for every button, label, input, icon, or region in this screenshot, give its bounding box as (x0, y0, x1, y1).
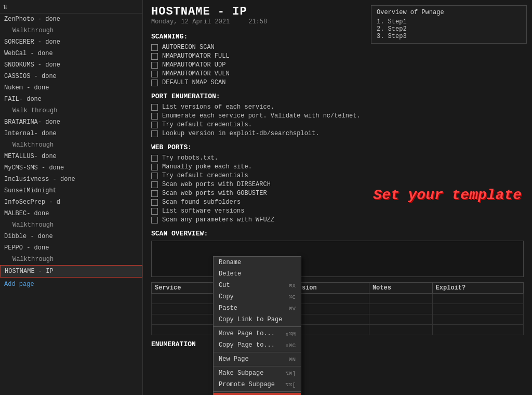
context-menu-divider (214, 391, 301, 392)
table-cell[interactable] (432, 294, 523, 304)
checkbox[interactable] (151, 173, 158, 179)
context-menu-item-copy-page[interactable]: Copy Page to...⇧⌘C (214, 339, 301, 351)
main-wrapper: HOSTNAME - IP Monday, 12 April 2021 21:5… (151, 5, 524, 348)
table-row (152, 294, 524, 304)
context-menu-item-set-default[interactable]: Set as Default Template (214, 393, 301, 395)
checkbox[interactable] (151, 80, 158, 86)
sidebar-item-fail-walkthrough[interactable]: Walk through (0, 105, 142, 116)
context-menu-item-cut[interactable]: Cut⌘X (214, 280, 301, 291)
table-cell[interactable] (432, 325, 523, 335)
web-port-item: Scan any parameters with WFUZZ (151, 216, 524, 223)
checkbox[interactable] (151, 190, 158, 197)
checkbox[interactable] (151, 199, 158, 206)
context-menu-item-make-subpage[interactable]: Make Subpage⌥⌘] (214, 367, 301, 379)
sidebar-item-cassios[interactable]: CASSIOS - done (0, 71, 142, 82)
context-menu-item-label: Paste (219, 305, 237, 312)
checkbox[interactable] (151, 181, 158, 188)
sidebar-item-snookums[interactable]: SNOOKUMS - done (0, 59, 142, 71)
checkbox[interactable] (151, 122, 158, 128)
context-menu-item-rename[interactable]: Rename (214, 257, 301, 268)
web-port-item: Manually poke each site. (151, 163, 524, 170)
sidebar-item-internal[interactable]: Internal- done (0, 128, 142, 139)
checkbox[interactable] (151, 44, 158, 51)
sidebar-item-sunsetmidnight[interactable]: SunsetMidnight (0, 185, 142, 196)
context-menu-item-label: Cut (219, 282, 230, 289)
context-menu-item-move-page[interactable]: Move Page to...⇧⌘M (214, 328, 301, 339)
add-page-button[interactable]: Add page (0, 278, 142, 291)
table-cell[interactable] (369, 325, 432, 335)
port-enum-item: List versions of each service. (151, 103, 524, 111)
context-menu-divider (214, 352, 301, 352)
service-table: ServicePortVersionNotesExploit? (151, 282, 524, 335)
sidebar-item-zenphoto-walkthrough[interactable]: Walkthrough (0, 25, 142, 36)
checkbox[interactable] (151, 155, 158, 162)
context-menu-shortcut: ⇧⌘C (285, 342, 296, 349)
sidebar-item-dibble[interactable]: Dibble - done (0, 231, 142, 242)
web-port-item: Try robots.txt. (151, 154, 524, 162)
web-ports-title: WEB PORTS: (151, 143, 524, 151)
overview-steps: 1. Step12. Step23. Step3 (377, 18, 521, 40)
sidebar-items-container: ZenPhoto - doneWalkthroughSORCERER - don… (0, 14, 142, 278)
checkbox[interactable] (151, 208, 158, 215)
context-menu-shortcut: ⌘V (289, 305, 296, 312)
sidebar-item-infosecprep[interactable]: InfoSecPrep - d (0, 196, 142, 208)
port-enum-title: PORT ENUMERATION: (151, 93, 524, 100)
sidebar-item-bratarina[interactable]: BRATARINA- done (0, 116, 142, 128)
sidebar-item-internal-walkthrough[interactable]: Walkthrough (0, 139, 142, 151)
checkbox[interactable] (151, 104, 158, 111)
sidebar-item-peppo[interactable]: PEPPO - done (0, 242, 142, 254)
scanning-items: AUTORECON SCANNMAPAUTOMATOR FULLNMAPAUTO… (151, 44, 524, 86)
scan-item: NMAPAUTOMATOR FULL (151, 52, 524, 60)
context-menu-item-label: Make Subpage (219, 370, 263, 377)
sidebar-item-nukem[interactable]: Nukem - done (0, 82, 142, 94)
context-menu-shortcut: ⌘N (289, 356, 296, 363)
sidebar-item-sorcerer[interactable]: SORCERER - done (0, 36, 142, 48)
context-menu-item-new-page[interactable]: New Page⌘N (214, 353, 301, 365)
table-cell[interactable] (369, 294, 432, 304)
checkbox[interactable] (151, 164, 158, 170)
context-menu-item-promote-subpage[interactable]: Promote Subpage⌥⌘[ (214, 379, 301, 390)
context-menu-item-copy-link[interactable]: Copy Link to Page (214, 314, 301, 325)
sidebar-item-webcal[interactable]: WebCal - done (0, 48, 142, 59)
sidebar-item-metallus[interactable]: METALLUS- done (0, 151, 142, 162)
port-enum-items: List versions of each service.Enumerate … (151, 103, 524, 137)
checkbox[interactable] (151, 130, 158, 137)
context-menu-item-copy[interactable]: Copy⌘C (214, 291, 301, 302)
sidebar-item-malbec-walkthrough[interactable]: Walkthrough (0, 219, 142, 231)
checkbox[interactable] (151, 71, 158, 77)
overview-panel: Overview of Pwnage 1. Step12. Step23. St… (371, 5, 527, 44)
context-menu-item-label: Copy Link to Page (219, 316, 282, 323)
table-header: Exploit? (432, 283, 523, 294)
sidebar-item-malbec[interactable]: MALBEC- done (0, 208, 142, 219)
table-cell[interactable] (432, 304, 523, 314)
web-port-item: Try default credentials (151, 172, 524, 179)
sidebar-item-zenphoto[interactable]: ZenPhoto - done (0, 14, 142, 25)
context-menu-item-delete[interactable]: Delete (214, 268, 301, 280)
sidebar-item-hostname[interactable]: HOSTNAME - IP (0, 265, 142, 278)
sidebar: ⇅ ZenPhoto - doneWalkthroughSORCERER - d… (0, 0, 143, 395)
port-enum-item: Enumerate each service port. Validate wi… (151, 112, 524, 120)
context-menu-item-paste[interactable]: Paste⌘V (214, 302, 301, 314)
checkbox[interactable] (151, 113, 158, 120)
sidebar-item-fail[interactable]: FAIL- done (0, 94, 142, 105)
context-menu: RenameDeleteCut⌘XCopy⌘CPaste⌘VCopy Link … (213, 256, 301, 395)
scan-overview-box (151, 241, 524, 277)
checkbox[interactable] (151, 53, 158, 60)
context-menu-item-label: Copy Page to... (219, 341, 275, 349)
table-cell[interactable] (369, 304, 432, 314)
checkbox[interactable] (151, 217, 158, 223)
overview-step: 1. Step1 (377, 18, 521, 25)
web-port-item: List software versions (151, 207, 524, 215)
checkbox[interactable] (151, 62, 158, 69)
table-row (152, 314, 524, 325)
context-menu-item-label: Copy (219, 293, 234, 300)
sidebar-item-inclusivness[interactable]: Inclusivness - done (0, 174, 142, 185)
sidebar-item-peppo-walkthrough[interactable]: Walkthrough (0, 254, 142, 265)
scan-overview-title: SCAN OVERVIEW: (151, 230, 524, 238)
sidebar-item-mycms[interactable]: MyCMS-SMS - done (0, 162, 142, 174)
table-cell[interactable] (369, 314, 432, 325)
port-enum-item: Lookup version in exploit-db/searchsploi… (151, 130, 524, 137)
table-cell[interactable] (432, 314, 523, 325)
context-menu-item-label: Promote Subpage (219, 381, 275, 388)
table-body (152, 294, 524, 335)
